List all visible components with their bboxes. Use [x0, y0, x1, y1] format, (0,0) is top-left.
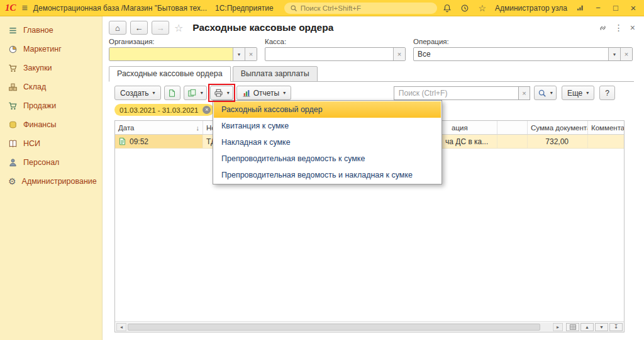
- connection-status-icon: [576, 4, 585, 12]
- scroll-up-button[interactable]: ▲: [580, 323, 594, 331]
- dropdown-arrow-icon: ▾: [283, 90, 286, 96]
- organization-dropdown-icon[interactable]: ▾: [233, 48, 245, 60]
- person-icon: [8, 158, 18, 167]
- sidebar-item-zakupki[interactable]: Закупки: [0, 59, 102, 77]
- operation-clear-icon[interactable]: ×: [620, 48, 632, 60]
- dropdown-arrow-icon: ▾: [153, 90, 155, 96]
- home-button[interactable]: ⌂: [109, 21, 126, 35]
- operation-label: Операция:: [413, 38, 633, 45]
- global-search-input[interactable]: Поиск Ctrl+Shift+F: [284, 3, 438, 14]
- finance-coins-icon: [8, 120, 18, 130]
- column-header-date[interactable]: Дата ↓: [115, 121, 203, 134]
- organization-clear-icon[interactable]: ×: [245, 48, 257, 60]
- sidebar-item-glavnoe[interactable]: Главное: [0, 21, 102, 40]
- favorites-star-icon[interactable]: ☆: [478, 4, 486, 13]
- print-dropdown-menu: Расходный кассовый ордер Квитанция к сум…: [213, 100, 442, 184]
- sidebar-item-personal[interactable]: Персонал: [0, 153, 102, 172]
- sort-descending-icon: ↓: [196, 124, 200, 132]
- operation-dropdown-icon[interactable]: ▾: [608, 48, 620, 60]
- kassa-clear-icon[interactable]: ×: [393, 48, 405, 60]
- minimize-button[interactable]: −: [594, 4, 602, 12]
- titlebar: 1С ≡ Демонстрационная база /Магазин "Быт…: [0, 0, 644, 16]
- sidebar-item-nsi[interactable]: НСИ: [0, 134, 102, 153]
- get-link-icon[interactable]: [598, 23, 608, 33]
- copy-document-icon: [168, 89, 177, 98]
- period-filter-tag[interactable]: 01.03.2021 - 31.03.2021 ×: [114, 104, 214, 116]
- advanced-search-button[interactable]: ▾: [534, 86, 557, 100]
- sidebar-item-administrirovanie[interactable]: ⚙ Администрирование: [0, 172, 102, 191]
- scrollbar-track[interactable]: [127, 323, 552, 331]
- sidebar-item-marketing[interactable]: Маркетинг: [0, 40, 102, 59]
- list-tabs: Расходные кассовые ордера Выплата зарпла…: [103, 66, 644, 82]
- kassa-label: Касса:: [265, 38, 406, 45]
- sidebar-item-sklad[interactable]: Склад: [0, 77, 102, 96]
- help-button[interactable]: ?: [599, 86, 615, 100]
- more-menu-icon[interactable]: ⋮: [614, 23, 623, 32]
- dropdown-arrow-icon: ▾: [201, 90, 203, 96]
- tab-rashodnye-ordera[interactable]: Расходные кассовые ордера: [109, 66, 231, 82]
- documents-stack-icon: [187, 89, 197, 98]
- back-button[interactable]: ←: [130, 21, 148, 35]
- forward-button[interactable]: →: [152, 21, 169, 35]
- close-form-icon[interactable]: ×: [630, 23, 635, 32]
- print-button[interactable]: ▾: [210, 86, 233, 100]
- printer-icon: [214, 88, 223, 98]
- back-arrow-icon: ←: [135, 23, 143, 33]
- scroll-down-button[interactable]: ▼: [595, 323, 608, 331]
- more-actions-button[interactable]: Еще ▾: [562, 86, 594, 100]
- history-icon[interactable]: [460, 4, 469, 13]
- document-actions-button[interactable]: ▾: [184, 86, 207, 100]
- search-icon: [290, 4, 297, 12]
- organization-value[interactable]: [109, 48, 233, 60]
- scroll-right-icon[interactable]: ▸: [553, 323, 563, 331]
- sidebar-item-finansy[interactable]: Финансы: [0, 115, 102, 134]
- column-header-sum[interactable]: Сумма документа: [528, 121, 588, 134]
- gear-icon: ⚙: [8, 177, 16, 186]
- notifications-bell-icon[interactable]: [443, 4, 452, 13]
- scrollbar-thumb[interactable]: [128, 324, 540, 331]
- row-sum: 732,00: [545, 137, 569, 146]
- menu-item-vedomost[interactable]: Препроводительная ведомость к сумке: [214, 150, 441, 167]
- tab-vyplata-zarplaty[interactable]: Выплата зарплаты: [233, 66, 318, 82]
- reports-button[interactable]: Отчеты ▾: [236, 86, 292, 100]
- remove-filter-icon[interactable]: ×: [203, 106, 211, 114]
- menu-item-nakladnaya[interactable]: Накладная к сумке: [214, 134, 441, 150]
- close-window-button[interactable]: ×: [629, 3, 638, 13]
- grid-icon: [570, 324, 576, 330]
- main-menu-icon[interactable]: ≡: [22, 3, 28, 13]
- maximize-button[interactable]: □: [611, 4, 620, 12]
- kassa-input[interactable]: ×: [265, 47, 406, 61]
- current-user[interactable]: Администратор узла: [495, 4, 567, 13]
- copy-document-button[interactable]: [164, 86, 180, 100]
- organization-combobox[interactable]: ▾ ×: [109, 47, 257, 61]
- sidebar-item-prodazhi[interactable]: Продажи: [0, 96, 102, 115]
- column-header-blank[interactable]: [497, 121, 528, 134]
- column-header-comment[interactable]: Комментари: [588, 121, 624, 134]
- forward-arrow-icon: →: [157, 23, 165, 33]
- app-name: 1С:Предприятие: [215, 4, 274, 13]
- dropdown-arrow-icon: ▾: [586, 90, 589, 96]
- scroll-to-end-button[interactable]: ↧: [609, 323, 623, 331]
- global-search-placeholder: Поиск Ctrl+Shift+F: [301, 4, 361, 12]
- operation-select[interactable]: Все ▾ ×: [413, 47, 633, 61]
- reference-book-icon: [8, 139, 18, 149]
- output-list-button[interactable]: [566, 323, 579, 331]
- form-header: ⌂ ← → ☆ Расходные кассовые ордера ⋮ ×: [103, 16, 644, 38]
- menu-item-vedomost-nakladnaya[interactable]: Препроводительная ведомость и накладная …: [214, 167, 441, 183]
- database-title: Демонстрационная база /Магазин "Бытовая …: [33, 4, 207, 13]
- search-clear-button[interactable]: ×: [518, 86, 530, 100]
- menu-item-rashodny-order[interactable]: Расходный кассовый ордер: [214, 101, 441, 118]
- warehouse-boxes-icon: [8, 82, 18, 92]
- dropdown-arrow-icon: ▾: [227, 90, 230, 96]
- kassa-value[interactable]: [265, 48, 393, 60]
- 1c-logo: 1С: [5, 3, 16, 13]
- organization-label: Организация:: [109, 38, 257, 45]
- list-search-input[interactable]: Поиск (Ctrl+F): [394, 86, 518, 100]
- favorite-star-icon[interactable]: ☆: [174, 22, 183, 34]
- filters-row: Организация: ▾ × Касса: × Операция:: [103, 38, 644, 66]
- menu-item-kvitanciya[interactable]: Квитанция к сумке: [214, 118, 441, 134]
- row-operation: ча ДС в ка...: [445, 137, 488, 146]
- scroll-left-icon[interactable]: ◂: [116, 323, 126, 331]
- create-button[interactable]: Создать ▾: [114, 86, 161, 100]
- list-search-placeholder: Поиск (Ctrl+F): [399, 89, 448, 98]
